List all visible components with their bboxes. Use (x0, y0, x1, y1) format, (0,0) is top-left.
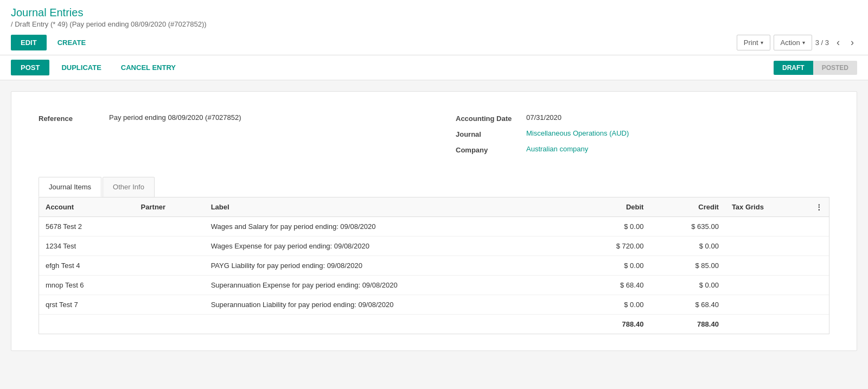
cell-tax-grids (725, 276, 809, 295)
cell-debit: $ 0.00 (575, 295, 650, 315)
cell-credit: $ 85.00 (650, 256, 725, 276)
cell-options (809, 295, 829, 315)
cell-label: Superannuation Liability for pay period … (205, 295, 575, 315)
form-card: Reference Pay period ending 08/09/2020 (… (11, 91, 857, 351)
cell-options (809, 217, 829, 237)
cell-partner (135, 237, 205, 256)
reference-field: Reference Pay period ending 08/09/2020 (… (39, 113, 412, 123)
breadcrumb: / Draft Entry (* 49) (Pay period ending … (11, 20, 857, 28)
status-bar: DRAFT POSTED (774, 61, 857, 75)
cell-partner (135, 295, 205, 315)
table-header-row: Account Partner Label Debit Credit Tax G… (39, 197, 829, 217)
table-row[interactable]: 1234 Test Wages Expense for pay period e… (39, 237, 829, 256)
tab-other-info[interactable]: Other Info (103, 177, 155, 197)
total-debit: 788.40 (575, 315, 650, 334)
company-field: Company Australian company (456, 145, 829, 154)
cell-account: 5678 Test 2 (39, 217, 135, 237)
cell-tax-grids (725, 256, 809, 276)
cell-label: Wages and Salary for pay period ending: … (205, 217, 575, 237)
post-button[interactable]: POST (11, 60, 49, 75)
cell-debit: $ 720.00 (575, 237, 650, 256)
prev-record-button[interactable]: ‹ (833, 36, 843, 49)
table-row[interactable]: qrst Test 7 Superannuation Liability for… (39, 295, 829, 315)
journal-value[interactable]: Miscellaneous Operations (AUD) (526, 129, 629, 137)
company-label: Company (456, 145, 526, 154)
cell-label: Wages Expense for pay period ending: 09/… (205, 237, 575, 256)
create-button[interactable]: CREATE (50, 35, 93, 50)
cell-account: efgh Test 4 (39, 256, 135, 276)
form-right: Accounting Date 07/31/2020 Journal Misce… (456, 113, 829, 161)
print-button[interactable]: Print ▾ (737, 35, 770, 50)
tabs: Journal Items Other Info (39, 177, 829, 197)
accounting-date-label: Accounting Date (456, 113, 526, 123)
cell-options (809, 276, 829, 295)
cell-credit: $ 635.00 (650, 217, 725, 237)
action-button[interactable]: Action ▾ (774, 35, 812, 50)
table-row[interactable]: efgh Test 4 PAYG Liability for pay perio… (39, 256, 829, 276)
cell-options (809, 237, 829, 256)
table-row[interactable]: 5678 Test 2 Wages and Salary for pay per… (39, 217, 829, 237)
tab-journal-items[interactable]: Journal Items (39, 177, 101, 197)
col-account: Account (39, 197, 135, 217)
totals-row: 788.40 788.40 (39, 315, 829, 334)
cell-label: Superannuation Expense for pay period en… (205, 276, 575, 295)
col-partner: Partner (135, 197, 205, 217)
cell-debit: $ 0.00 (575, 217, 650, 237)
totals-empty (39, 315, 575, 334)
top-toolbar: EDIT CREATE Print ▾ Action ▾ 3 / 3 ‹ › (0, 30, 868, 55)
reference-label: Reference (39, 113, 109, 123)
accounting-date-field: Accounting Date 07/31/2020 (456, 113, 829, 123)
page-header: Journal Entries / Draft Entry (* 49) (Pa… (0, 0, 868, 30)
cell-credit: $ 68.40 (650, 295, 725, 315)
cell-account: qrst Test 7 (39, 295, 135, 315)
cell-partner (135, 217, 205, 237)
edit-button[interactable]: EDIT (11, 35, 47, 50)
cell-label: PAYG Liability for pay period ending: 09… (205, 256, 575, 276)
reference-value: Pay period ending 08/09/2020 (#7027852) (109, 113, 241, 122)
cell-partner (135, 276, 205, 295)
action-label: Action (781, 39, 800, 47)
print-chevron-icon: ▾ (761, 40, 763, 46)
status-posted-badge: POSTED (813, 61, 857, 75)
col-tax-grids: Tax Grids (725, 197, 809, 217)
main-content: Reference Pay period ending 08/09/2020 (… (0, 80, 868, 362)
col-credit: Credit (650, 197, 725, 217)
cell-tax-grids (725, 295, 809, 315)
status-draft-badge: DRAFT (774, 61, 813, 75)
company-value[interactable]: Australian company (526, 145, 588, 153)
form-fields: Reference Pay period ending 08/09/2020 (… (39, 113, 829, 161)
col-debit: Debit (575, 197, 650, 217)
cell-debit: $ 68.40 (575, 276, 650, 295)
form-left: Reference Pay period ending 08/09/2020 (… (39, 113, 412, 161)
cell-credit: $ 0.00 (650, 276, 725, 295)
journal-label: Journal (456, 129, 526, 138)
print-label: Print (744, 39, 758, 47)
total-credit: 788.40 (650, 315, 725, 334)
next-record-button[interactable]: › (847, 36, 857, 49)
table-row[interactable]: mnop Test 6 Superannuation Expense for p… (39, 276, 829, 295)
record-nav: 3 / 3 ‹ › (815, 36, 857, 49)
action-toolbar: POST DUPLICATE CANCEL ENTRY DRAFT POSTED (0, 55, 868, 80)
action-chevron-icon: ▾ (802, 40, 805, 46)
journal-field: Journal Miscellaneous Operations (AUD) (456, 129, 829, 138)
cell-credit: $ 0.00 (650, 237, 725, 256)
cell-tax-grids (725, 217, 809, 237)
cell-partner (135, 256, 205, 276)
accounting-date-value: 07/31/2020 (526, 113, 561, 122)
cell-tax-grids (725, 237, 809, 256)
col-options[interactable]: ⋮ (809, 197, 829, 217)
cell-debit: $ 0.00 (575, 256, 650, 276)
cancel-entry-button[interactable]: CANCEL ENTRY (113, 60, 183, 75)
cell-account: 1234 Test (39, 237, 135, 256)
col-label: Label (205, 197, 575, 217)
cell-account: mnop Test 6 (39, 276, 135, 295)
journal-items-table: Account Partner Label Debit Credit Tax G… (39, 197, 829, 334)
duplicate-button[interactable]: DUPLICATE (54, 60, 108, 75)
page-title: Journal Entries (11, 7, 857, 19)
cell-options (809, 256, 829, 276)
record-count: 3 / 3 (815, 39, 829, 47)
